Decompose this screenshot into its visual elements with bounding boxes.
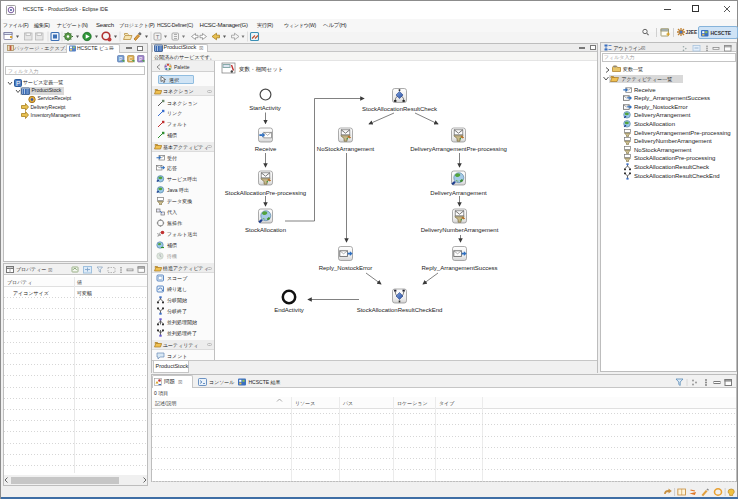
svg-text:Reply_NostockError: Reply_NostockError: [319, 265, 373, 271]
svg-text:Reply_ArrangementSuccess: Reply_ArrangementSuccess: [421, 265, 497, 271]
svg-text:DeliveryArrangementPre-process: DeliveryArrangementPre-processing: [410, 146, 507, 152]
svg-text:StockAllocation: StockAllocation: [245, 227, 286, 233]
svg-text:変数・相関セット: 変数・相関セット: [239, 66, 283, 72]
svg-text:C: C: [129, 56, 133, 62]
svg-text:Receive: Receive: [255, 146, 277, 152]
svg-text:T: T: [156, 33, 160, 39]
svg-text:EndActivity: EndActivity: [274, 307, 304, 313]
svg-text:NoStockArrangement: NoStockArrangement: [317, 146, 375, 152]
svg-text:StockAllocationPre-processing: StockAllocationPre-processing: [225, 190, 306, 196]
svg-text:P: P: [16, 80, 20, 87]
svg-text:DeliveryNumberArrangement: DeliveryNumberArrangement: [421, 227, 499, 233]
svg-text:StartActivity: StartActivity: [249, 105, 281, 111]
svg-text:StockAllocationResultCheckEnd: StockAllocationResultCheckEnd: [357, 307, 443, 313]
svg-text:StockAllocationResultCheck: StockAllocationResultCheck: [362, 106, 438, 112]
svg-text:DeliveryArrangement: DeliveryArrangement: [430, 190, 487, 196]
